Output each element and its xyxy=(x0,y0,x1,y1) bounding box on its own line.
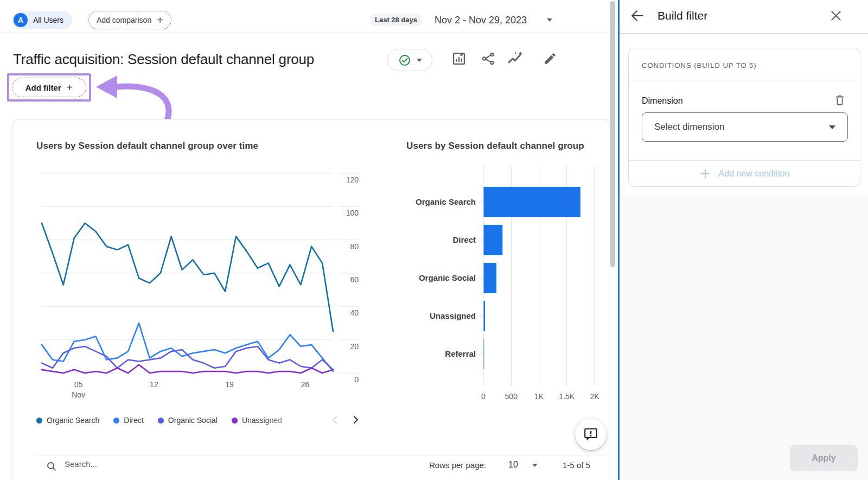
add-comparison-button[interactable]: Add comparison + xyxy=(88,11,171,29)
insights-button[interactable] xyxy=(507,50,524,67)
feedback-bubble-icon xyxy=(583,427,598,442)
dimension-label: Dimension xyxy=(642,96,683,106)
select-dimension-value: Select dimension xyxy=(654,122,724,132)
y-tick-label: 100 xyxy=(346,209,359,217)
search-icon xyxy=(46,461,57,472)
legend-item-direct[interactable]: Direct xyxy=(113,416,144,425)
share-report-button[interactable] xyxy=(480,50,497,67)
x-tick-label: 2K xyxy=(590,392,599,401)
bar-chart-title: Users by Session default channel group xyxy=(406,141,584,151)
rows-per-page-label: Rows per page: xyxy=(429,460,486,470)
feedback-button[interactable] xyxy=(575,419,607,450)
divider xyxy=(36,456,610,456)
plus-icon: + xyxy=(67,82,73,93)
chevron-right-icon xyxy=(349,414,361,426)
legend-dot xyxy=(113,418,119,424)
x-tick-label: 19 xyxy=(225,380,234,389)
build-filter-panel: Build filter CONDITIONS (BUILD UP TO 5) … xyxy=(618,0,868,480)
legend-label: Direct xyxy=(124,416,144,425)
x-tick-label: 1.5K xyxy=(559,392,575,401)
bar-category-label: Unassigned xyxy=(430,311,476,320)
vertical-scrollbar[interactable] xyxy=(610,1,615,267)
chart-edit-icon xyxy=(451,51,467,66)
bar-chart[interactable]: 05001K1.5K2KOrganic SearchDirectOrganic … xyxy=(394,152,610,402)
divider xyxy=(629,80,860,80)
bar-category-label: Referral xyxy=(445,349,476,358)
chevron-down-icon[interactable] xyxy=(532,464,538,467)
date-preset-badge: Last 28 days xyxy=(371,14,422,26)
legend-label: Organic Social xyxy=(168,416,218,425)
arrow-back-icon xyxy=(630,9,647,23)
series-line-unassigned xyxy=(42,365,333,373)
legend-fade-overlay xyxy=(261,412,335,428)
bar-organic-social xyxy=(484,263,497,293)
legend-item-organic-search[interactable]: Organic Search xyxy=(36,416,99,425)
chevron-left-icon xyxy=(329,414,341,426)
series-line-organic-search xyxy=(42,223,333,331)
y-tick-label: 60 xyxy=(350,275,359,284)
search-input[interactable] xyxy=(65,459,206,469)
close-icon xyxy=(829,9,845,23)
x-tick-label: 1K xyxy=(534,392,544,401)
all-users-segment-chip[interactable]: A All Users xyxy=(12,11,72,29)
line-chart[interactable]: 02040608010012005Nov121926 xyxy=(32,153,368,408)
apply-button[interactable]: Apply xyxy=(790,445,858,471)
x-tick-sublabel: Nov xyxy=(72,390,85,399)
bar-category-label: Organic Social xyxy=(419,273,476,282)
plus-icon xyxy=(699,168,711,180)
y-tick-label: 80 xyxy=(350,242,359,251)
check-circle-icon xyxy=(398,54,411,67)
trash-icon xyxy=(834,94,848,106)
legend-prev-button[interactable] xyxy=(328,413,342,427)
chevron-down-icon[interactable] xyxy=(547,18,552,22)
add-filter-button[interactable]: Add filter + xyxy=(12,78,86,97)
all-users-label: All Users xyxy=(33,16,63,24)
add-new-condition-button[interactable]: Add new condition xyxy=(629,160,860,187)
legend-dot xyxy=(232,418,238,424)
legend-item-organic-social[interactable]: Organic Social xyxy=(158,416,218,425)
edit-report-button[interactable] xyxy=(541,50,559,67)
chart-legend: Organic SearchDirectOrganic SocialUnassi… xyxy=(36,413,282,428)
plus-icon: + xyxy=(157,15,163,26)
insights-sparkline-icon xyxy=(507,50,524,67)
add-comparison-label: Add comparison xyxy=(97,16,151,24)
y-tick-label: 40 xyxy=(350,308,359,317)
bar-direct xyxy=(484,225,503,255)
x-tick-label: 12 xyxy=(150,380,158,389)
date-range-picker[interactable]: Nov 2 - Nov 29, 2023 xyxy=(435,15,527,26)
select-dimension-dropdown[interactable]: Select dimension xyxy=(642,112,848,142)
chevron-down-icon xyxy=(829,125,835,129)
pagination-range: 1-5 of 5 xyxy=(563,460,590,470)
report-card: Users by Session default channel group o… xyxy=(12,119,610,480)
line-chart-title: Users by Session default channel group o… xyxy=(36,141,258,151)
x-tick-label: 05 xyxy=(74,380,83,389)
bar-organic-search xyxy=(484,187,580,217)
legend-next-button[interactable] xyxy=(348,413,362,427)
divider xyxy=(0,33,618,33)
report-status-pill[interactable] xyxy=(387,49,432,71)
x-tick-label: 26 xyxy=(301,380,310,389)
chevron-down-icon xyxy=(417,59,422,62)
main-content: A All Users Add comparison + Last 28 day… xyxy=(0,0,618,480)
panel-title: Build filter xyxy=(658,9,707,22)
conditions-header: CONDITIONS (BUILD UP TO 5) xyxy=(642,61,757,70)
bar-category-label: Organic Search xyxy=(416,197,476,206)
customize-report-button[interactable] xyxy=(450,50,468,67)
close-panel-button[interactable] xyxy=(829,9,845,25)
y-tick-label: 120 xyxy=(346,175,359,184)
legend-dot xyxy=(36,418,42,424)
add-new-condition-label: Add new condition xyxy=(719,169,790,179)
back-button[interactable] xyxy=(630,9,647,25)
page-title: Traffic acquisition: Session default cha… xyxy=(13,51,314,68)
legend-dot xyxy=(158,418,164,424)
bar-category-label: Direct xyxy=(452,235,476,244)
delete-condition-button[interactable] xyxy=(834,94,848,108)
rows-per-page-select[interactable]: 10 xyxy=(508,460,518,470)
x-tick-label: 0 xyxy=(481,392,486,401)
series-line-organic-social xyxy=(42,346,333,370)
conditions-card: CONDITIONS (BUILD UP TO 5) Dimension Sel… xyxy=(628,48,860,187)
x-tick-label: 500 xyxy=(505,392,518,401)
legend-label: Organic Search xyxy=(47,416,99,425)
share-icon xyxy=(481,52,495,66)
y-tick-label: 20 xyxy=(350,342,359,351)
